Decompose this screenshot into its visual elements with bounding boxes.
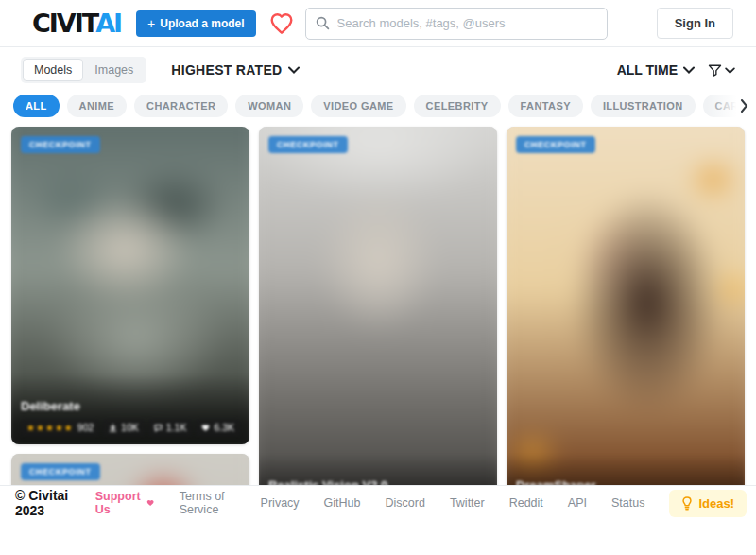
model-type-badge: CHECKPOINT bbox=[21, 136, 100, 153]
model-type-badge: CHECKPOINT bbox=[21, 463, 100, 480]
downloads-count: 10K bbox=[121, 422, 139, 433]
model-type-badge: CHECKPOINT bbox=[516, 136, 595, 153]
funnel-icon bbox=[708, 63, 722, 78]
sign-in-button[interactable]: Sign In bbox=[657, 8, 733, 39]
footer: © Civitai 2023 Support Us Terms of Servi… bbox=[0, 485, 756, 520]
tag-all[interactable]: ALL bbox=[13, 95, 60, 117]
plus-icon: + bbox=[147, 19, 155, 28]
period-dropdown[interactable]: ALL TIME bbox=[617, 62, 695, 78]
footer-link-terms[interactable]: Terms of Service bbox=[180, 490, 236, 516]
copyright-text: © Civitai 2023 bbox=[15, 488, 71, 518]
footer-link-api[interactable]: API bbox=[568, 496, 587, 510]
ideas-button[interactable]: Ideas! bbox=[669, 490, 747, 517]
civitai-logo[interactable]: CIVITAI bbox=[32, 9, 121, 38]
right-filters: ALL TIME bbox=[617, 62, 735, 78]
model-title: Deliberate bbox=[21, 399, 240, 413]
grid-column-1: CHECKPOINT Deliberate ★★★★★ 902 10K bbox=[11, 127, 249, 520]
chevron-down-icon bbox=[725, 67, 735, 74]
tag-fantasy[interactable]: FANTASY bbox=[508, 95, 583, 117]
tag-illustration[interactable]: ILLUSTRATION bbox=[591, 95, 696, 117]
model-card[interactable]: CHECKPOINT Deliberate ★★★★★ 902 10K bbox=[11, 127, 249, 444]
model-type-badge: CHECKPOINT bbox=[268, 136, 348, 153]
logo-text-civit: CIVIT bbox=[32, 9, 95, 38]
tags-scroll-right[interactable] bbox=[707, 91, 756, 117]
search-bar[interactable] bbox=[305, 8, 608, 40]
comments-pill: 1.1K bbox=[148, 419, 193, 436]
chevron-right-icon bbox=[740, 99, 748, 113]
rating-pill: ★★★★★ 902 bbox=[21, 419, 99, 436]
likes-pill: 6.3K bbox=[196, 419, 240, 436]
model-card[interactable]: CHECKPOINT DreamShaper ★★★★★ 318 11K bbox=[507, 127, 745, 520]
footer-link-twitter[interactable]: Twitter bbox=[450, 496, 485, 510]
sort-label: HIGHEST RATED bbox=[171, 62, 282, 78]
sort-dropdown[interactable]: HIGHEST RATED bbox=[171, 62, 299, 78]
chevron-down-icon bbox=[288, 66, 300, 74]
tag-filter-row: ALL ANIME CHARACTER WOMAN VIDEO GAME CEL… bbox=[0, 83, 756, 117]
support-heart-button[interactable] bbox=[269, 12, 294, 35]
toggle-images[interactable]: Images bbox=[83, 59, 145, 81]
like-heart-icon bbox=[201, 424, 210, 432]
main-content: Models Images HIGHEST RATED ALL TIME ALL… bbox=[0, 47, 756, 520]
period-label: ALL TIME bbox=[617, 62, 678, 78]
chevron-down-icon bbox=[683, 66, 695, 74]
footer-link-reddit[interactable]: Reddit bbox=[509, 496, 543, 510]
footer-link-github[interactable]: GitHub bbox=[324, 496, 361, 510]
lightbulb-icon bbox=[681, 496, 693, 511]
tag-video-game[interactable]: VIDEO GAME bbox=[311, 95, 405, 117]
tag-woman[interactable]: WOMAN bbox=[235, 95, 303, 117]
downloads-pill: 10K bbox=[103, 419, 145, 436]
comment-icon bbox=[154, 424, 163, 432]
likes-count: 6.3K bbox=[214, 422, 234, 433]
upload-model-button[interactable]: + Upload a model bbox=[136, 10, 256, 37]
search-input[interactable] bbox=[337, 16, 597, 30]
tag-character[interactable]: CHARACTER bbox=[134, 95, 228, 117]
toggle-models[interactable]: Models bbox=[23, 59, 83, 81]
tag-celebrity[interactable]: CELEBRITY bbox=[414, 95, 501, 117]
footer-link-status[interactable]: Status bbox=[611, 496, 644, 510]
top-navbar: CIVITAI + Upload a model Sign In bbox=[0, 0, 756, 47]
view-toggle: Models Images bbox=[21, 57, 146, 83]
grid-column-2: CHECKPOINT Realistic Vision V2.0 ★★★★★ 3… bbox=[259, 127, 497, 520]
card-info-overlay: Deliberate ★★★★★ 902 10K bbox=[11, 374, 249, 444]
grid-column-3: CHECKPOINT DreamShaper ★★★★★ 318 11K bbox=[507, 127, 745, 520]
footer-link-support-us[interactable]: Support Us bbox=[95, 490, 155, 516]
logo-text-ai: AI bbox=[95, 9, 121, 38]
tag-anime[interactable]: ANIME bbox=[67, 95, 127, 117]
filter-menu-button[interactable] bbox=[708, 63, 735, 78]
support-us-label: Support Us bbox=[95, 490, 144, 516]
heart-icon bbox=[146, 498, 154, 508]
download-icon bbox=[109, 424, 117, 432]
ideas-label: Ideas! bbox=[698, 496, 734, 511]
stat-pills: 10K 1.1K 6.3K bbox=[103, 419, 240, 436]
footer-link-discord[interactable]: Discord bbox=[386, 496, 425, 510]
upload-model-label: Upload a model bbox=[160, 17, 244, 30]
heart-outline-icon bbox=[269, 12, 294, 35]
model-card[interactable]: CHECKPOINT Realistic Vision V2.0 ★★★★★ 3… bbox=[259, 127, 497, 520]
rating-count: 902 bbox=[77, 422, 94, 433]
filter-row: Models Images HIGHEST RATED ALL TIME bbox=[0, 47, 756, 83]
star-rating-icons: ★★★★★ bbox=[26, 423, 74, 433]
footer-link-privacy[interactable]: Privacy bbox=[261, 496, 300, 510]
model-card-grid: CHECKPOINT Deliberate ★★★★★ 902 10K bbox=[0, 117, 756, 520]
card-stats-row: ★★★★★ 902 10K 1.1K bbox=[21, 419, 240, 436]
search-icon bbox=[316, 16, 330, 30]
comments-count: 1.1K bbox=[166, 422, 187, 433]
